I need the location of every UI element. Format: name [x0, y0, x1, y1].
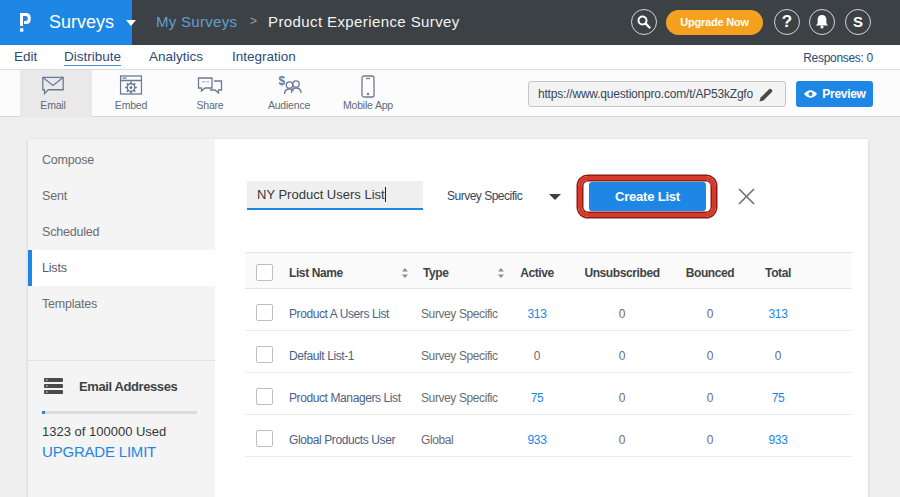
- svg-text:$: $: [279, 75, 286, 88]
- svg-text:": ": [206, 79, 209, 88]
- svg-text:": ": [202, 79, 205, 88]
